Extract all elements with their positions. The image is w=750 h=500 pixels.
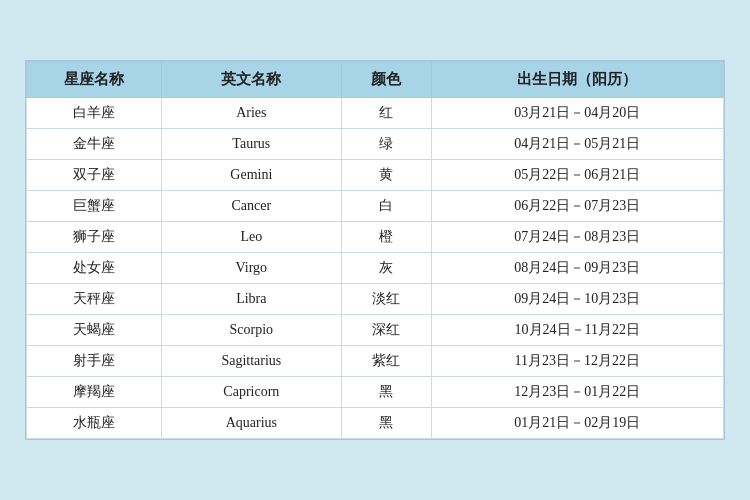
cell-color: 红 [341, 98, 431, 129]
cell-chinese: 金牛座 [27, 129, 162, 160]
cell-english: Sagittarius [161, 346, 341, 377]
cell-english: Leo [161, 222, 341, 253]
table-row: 处女座Virgo灰08月24日－09月23日 [27, 253, 724, 284]
cell-color: 黑 [341, 377, 431, 408]
cell-english: Aries [161, 98, 341, 129]
cell-chinese: 白羊座 [27, 98, 162, 129]
cell-color: 绿 [341, 129, 431, 160]
zodiac-table: 星座名称 英文名称 颜色 出生日期（阳历） 白羊座Aries红03月21日－04… [26, 61, 724, 439]
cell-date: 10月24日－11月22日 [431, 315, 723, 346]
cell-color: 深红 [341, 315, 431, 346]
cell-chinese: 处女座 [27, 253, 162, 284]
header-date: 出生日期（阳历） [431, 62, 723, 98]
header-chinese: 星座名称 [27, 62, 162, 98]
cell-chinese: 巨蟹座 [27, 191, 162, 222]
cell-date: 05月22日－06月21日 [431, 160, 723, 191]
table-row: 天秤座Libra淡红09月24日－10月23日 [27, 284, 724, 315]
table-row: 天蝎座Scorpio深红10月24日－11月22日 [27, 315, 724, 346]
cell-english: Scorpio [161, 315, 341, 346]
cell-chinese: 射手座 [27, 346, 162, 377]
cell-date: 12月23日－01月22日 [431, 377, 723, 408]
cell-date: 03月21日－04月20日 [431, 98, 723, 129]
zodiac-table-container: 星座名称 英文名称 颜色 出生日期（阳历） 白羊座Aries红03月21日－04… [25, 60, 725, 440]
cell-chinese: 水瓶座 [27, 408, 162, 439]
cell-date: 06月22日－07月23日 [431, 191, 723, 222]
table-row: 金牛座Taurus绿04月21日－05月21日 [27, 129, 724, 160]
cell-color: 紫红 [341, 346, 431, 377]
table-row: 双子座Gemini黄05月22日－06月21日 [27, 160, 724, 191]
cell-english: Virgo [161, 253, 341, 284]
table-body: 白羊座Aries红03月21日－04月20日金牛座Taurus绿04月21日－0… [27, 98, 724, 439]
cell-chinese: 天秤座 [27, 284, 162, 315]
cell-date: 08月24日－09月23日 [431, 253, 723, 284]
header-english: 英文名称 [161, 62, 341, 98]
cell-chinese: 摩羯座 [27, 377, 162, 408]
table-row: 白羊座Aries红03月21日－04月20日 [27, 98, 724, 129]
cell-date: 01月21日－02月19日 [431, 408, 723, 439]
table-row: 射手座Sagittarius紫红11月23日－12月22日 [27, 346, 724, 377]
table-row: 狮子座Leo橙07月24日－08月23日 [27, 222, 724, 253]
cell-date: 09月24日－10月23日 [431, 284, 723, 315]
cell-color: 橙 [341, 222, 431, 253]
cell-date: 07月24日－08月23日 [431, 222, 723, 253]
table-row: 水瓶座Aquarius黑01月21日－02月19日 [27, 408, 724, 439]
cell-date: 11月23日－12月22日 [431, 346, 723, 377]
cell-color: 白 [341, 191, 431, 222]
cell-english: Gemini [161, 160, 341, 191]
table-row: 摩羯座Capricorn黑12月23日－01月22日 [27, 377, 724, 408]
table-row: 巨蟹座Cancer白06月22日－07月23日 [27, 191, 724, 222]
cell-color: 淡红 [341, 284, 431, 315]
cell-chinese: 天蝎座 [27, 315, 162, 346]
cell-color: 黄 [341, 160, 431, 191]
table-header-row: 星座名称 英文名称 颜色 出生日期（阳历） [27, 62, 724, 98]
cell-english: Libra [161, 284, 341, 315]
cell-english: Cancer [161, 191, 341, 222]
cell-chinese: 狮子座 [27, 222, 162, 253]
header-color: 颜色 [341, 62, 431, 98]
cell-english: Aquarius [161, 408, 341, 439]
cell-color: 黑 [341, 408, 431, 439]
cell-english: Taurus [161, 129, 341, 160]
cell-chinese: 双子座 [27, 160, 162, 191]
cell-date: 04月21日－05月21日 [431, 129, 723, 160]
cell-color: 灰 [341, 253, 431, 284]
cell-english: Capricorn [161, 377, 341, 408]
